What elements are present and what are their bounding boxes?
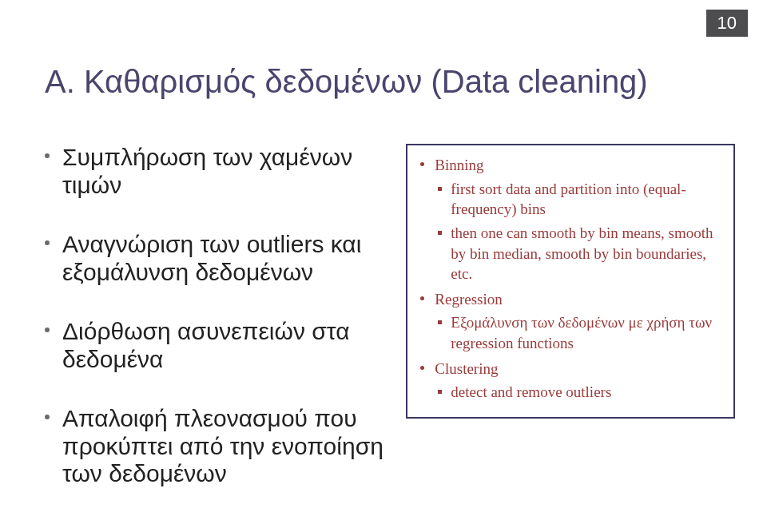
page-number: 10: [706, 10, 748, 37]
left-item: Συμπλήρωση των χαμένων τιμών: [45, 144, 390, 199]
regression-label: Regression: [435, 291, 502, 308]
left-bullets: Συμπλήρωση των χαμένων τιμών Αναγνώριση …: [45, 144, 390, 488]
left-item: Διόρθωση ασυνεπειών στα δεδομένα: [45, 318, 390, 373]
regression-item: Regression Εξομάλυνση των δεδομένων με χ…: [420, 289, 724, 354]
right-column: Binning first sort data and partition in…: [406, 144, 735, 500]
slide-title: Α. Καθαρισμός δεδομένων (Data cleaning): [45, 64, 648, 100]
smoothing-methods-box: Binning first sort data and partition in…: [406, 144, 735, 419]
left-item: Αναγνώριση των outliers και εξομάλυνση δ…: [45, 231, 390, 286]
binning-item: Binning first sort data and partition in…: [420, 155, 724, 284]
binning-sublist: first sort data and partition into (equa…: [435, 179, 724, 284]
right-bullets: Binning first sort data and partition in…: [420, 155, 724, 403]
binning-sub: first sort data and partition into (equa…: [435, 179, 724, 220]
slide: 10 Α. Καθαρισμός δεδομένων (Data cleanin…: [0, 0, 767, 532]
clustering-sublist: detect and remove outliers: [435, 382, 724, 403]
clustering-item: Clustering detect and remove outliers: [420, 359, 724, 403]
binning-label: Binning: [435, 157, 483, 173]
regression-sublist: Εξομάλυνση των δεδομένων με χρήση των re…: [435, 312, 724, 353]
left-item: Απαλοιφή πλεονασμού που προκύπτει από τη…: [45, 405, 390, 488]
clustering-label: Clustering: [435, 360, 498, 377]
clustering-sub: detect and remove outliers: [435, 382, 724, 403]
left-column: Συμπλήρωση των χαμένων τιμών Αναγνώριση …: [45, 144, 390, 500]
regression-sub: Εξομάλυνση των δεδομένων με χρήση των re…: [435, 312, 724, 353]
content-columns: Συμπλήρωση των χαμένων τιμών Αναγνώριση …: [45, 144, 735, 500]
binning-sub: then one can smooth by bin means, smooth…: [435, 223, 724, 284]
